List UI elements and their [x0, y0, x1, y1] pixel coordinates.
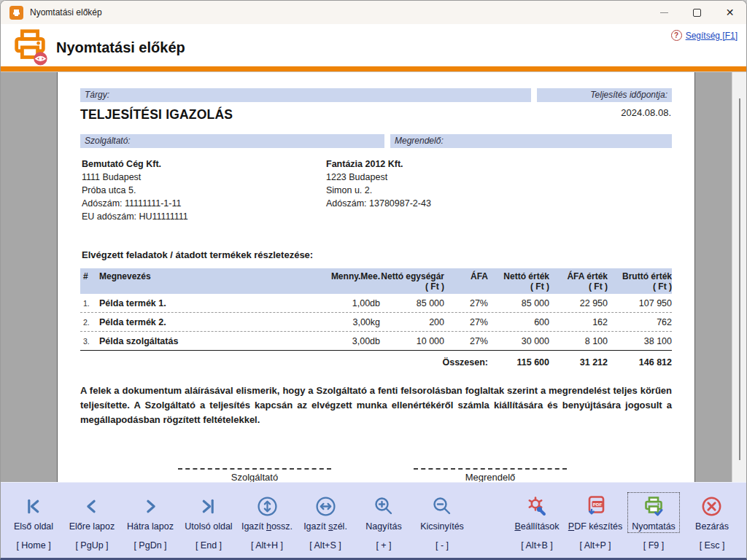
provider-block: Bemutató Cég Kft. 1111 Budapest Próba ut… — [80, 158, 326, 223]
titlebar: Nyomtatási előkép ✕ — [1, 1, 746, 24]
pdf-export-icon: PDF — [584, 494, 606, 518]
print-preview-window: Nyomtatási előkép ✕ Nyomtatási előkép ? … — [0, 0, 747, 560]
provider-line: 1111 Budapest — [82, 171, 326, 184]
table-row: 1. Példa termék 1. 1,00db 85 000 27% 85 … — [80, 294, 672, 312]
print-button[interactable]: Nyomtatás [ F9 ] — [624, 492, 683, 551]
total-net: 115 600 — [492, 357, 549, 368]
svg-text:PDF: PDF — [593, 502, 603, 507]
customer-line: Adószám: 13780987-2-43 — [326, 197, 672, 210]
close-icon: ✕ — [726, 7, 735, 18]
table-header: # Megnevezés Menny.Mee. Nettó egységár( … — [80, 268, 672, 294]
zoom-in-icon — [374, 494, 394, 518]
customer-line: 1223 Budapest — [326, 171, 672, 184]
print-icon — [643, 494, 665, 518]
last-page-icon — [198, 494, 218, 518]
settings-button[interactable]: Beállítások [ Alt+B ] — [508, 492, 566, 551]
app-icon — [9, 6, 23, 20]
preview-scrollbar[interactable] — [732, 72, 746, 482]
page-forward-button[interactable]: Hátra lapoz [ PgDn ] — [121, 492, 179, 551]
zoom-out-button[interactable]: Kicsinyítés [ - ] — [413, 492, 471, 551]
page-title: Nyomtatási előkép — [56, 39, 185, 56]
provider-label: Szolgáltató: — [80, 134, 384, 148]
close-window-button[interactable]: ✕ — [713, 1, 746, 24]
doc-title-row: TELJESÍTÉSI IGAZOLÁS 2024.08.08. — [80, 107, 672, 122]
col-net: Nettó érték( Ft ) — [492, 271, 549, 292]
help-link[interactable]: ? Segítség [F1] — [671, 30, 738, 41]
table-row: 2. Példa termék 2. 3,00kg 200 27% 600 16… — [80, 312, 672, 331]
subject-label: Tárgy: — [80, 88, 531, 102]
zoom-in-button[interactable]: Nagyítás [ + ] — [355, 492, 413, 551]
document-page: Tárgy: Teljesítés időpontja: TELJESÍTÉSI… — [57, 72, 695, 482]
accent-divider — [1, 66, 746, 71]
maximize-button[interactable] — [681, 1, 713, 24]
completion-date: 2024.08.08. — [621, 107, 672, 118]
provider-name: Bemutató Cég Kft. — [82, 158, 326, 171]
prev-page-icon — [82, 494, 101, 518]
total-label: Összesen: — [383, 357, 492, 368]
customer-name: Fantázia 2012 Kft. — [326, 158, 672, 171]
window-title: Nyomtatási előkép — [30, 7, 102, 18]
first-page-button[interactable]: Első oldal [ Home ] — [4, 492, 63, 551]
fit-height-icon — [257, 494, 278, 518]
parties-band-row: Szolgáltató: Megrendelő: — [80, 134, 672, 148]
table-row: 3. Példa szolgáltatás 3,00db 10 000 27% … — [80, 331, 672, 350]
pdf-export-button[interactable]: PDF PDF készítés [ Alt+P ] — [566, 492, 624, 551]
col-gross: Bruttó érték( Ft ) — [608, 271, 672, 292]
settings-icon — [526, 494, 548, 518]
fit-width-button[interactable]: Igazít szél. [ Alt+S ] — [296, 492, 355, 551]
col-num: # — [80, 271, 99, 292]
col-vat: ÁFA — [444, 271, 492, 292]
close-circle-icon — [701, 494, 722, 518]
col-vat-value: ÁFA érték( Ft ) — [549, 271, 608, 292]
close-preview-button[interactable]: Bezárás [ Esc ] — [683, 492, 741, 551]
last-page-button[interactable]: Utolsó oldal [ End ] — [179, 492, 238, 551]
maximize-icon — [693, 9, 701, 17]
signature-customer: Megrendelő — [414, 468, 567, 482]
completion-date-label: Teljesítés időpontja: — [537, 88, 672, 102]
print-preview-icon — [10, 27, 50, 69]
customer-block: Fantázia 2012 Kft. 1223 Budapest Simon u… — [326, 158, 672, 223]
parties: Bemutató Cég Kft. 1111 Budapest Próba ut… — [80, 158, 672, 223]
next-page-icon — [141, 494, 160, 518]
declaration-text: A felek a dokumentum aláírásával elismer… — [80, 384, 672, 427]
total-gross: 146 812 — [608, 357, 672, 368]
page-back-button[interactable]: Előre lapoz [ PgUp ] — [63, 492, 121, 551]
signature-line — [414, 468, 567, 470]
scrollbar-thumb[interactable] — [739, 98, 740, 460]
provider-line: EU adószám: HU11111111 — [82, 210, 326, 223]
details-heading: Elvégzett feladatok / átadott termékek r… — [80, 249, 672, 260]
help-link-label: Segítség [F1] — [686, 31, 738, 41]
col-name: Megnevezés — [99, 271, 294, 292]
minimize-button[interactable] — [648, 1, 681, 24]
help-icon: ? — [671, 30, 682, 41]
provider-line: Adószám: 11111111-1-11 — [82, 197, 326, 210]
fit-width-icon — [315, 494, 336, 518]
customer-label: Megrendelő: — [390, 134, 672, 148]
minimize-icon — [660, 12, 668, 13]
preview-area: Tárgy: Teljesítés időpontja: TELJESÍTÉSI… — [1, 71, 746, 482]
zoom-out-icon — [432, 494, 452, 518]
provider-line: Próba utca 5. — [82, 184, 326, 197]
signatures: Szolgáltató Megrendelő — [80, 468, 672, 482]
col-unit-price: Nettó egységár( Ft ) — [380, 271, 444, 292]
document-title: TELJESÍTÉSI IGAZOLÁS — [80, 107, 233, 122]
subject-band-row: Tárgy: Teljesítés időpontja: — [80, 88, 672, 102]
fit-height-button[interactable]: Igazít hossz. [ Alt+H ] — [238, 492, 296, 551]
first-page-icon — [23, 494, 43, 518]
signature-provider: Szolgáltató — [178, 468, 331, 482]
total-vat: 31 212 — [549, 357, 608, 368]
col-qty: Menny.Mee. — [294, 271, 380, 292]
signature-line — [178, 468, 331, 470]
items-table: # Megnevezés Menny.Mee. Nettó egységár( … — [80, 268, 672, 374]
toolbar: Első oldal [ Home ] Előre lapoz [ PgUp ]… — [1, 482, 746, 558]
header: Nyomtatási előkép ? Segítség [F1] — [1, 24, 746, 66]
customer-line: Simon u. 2. — [326, 184, 672, 197]
totals-row: Összesen: 115 600 31 212 146 812 — [80, 351, 672, 374]
